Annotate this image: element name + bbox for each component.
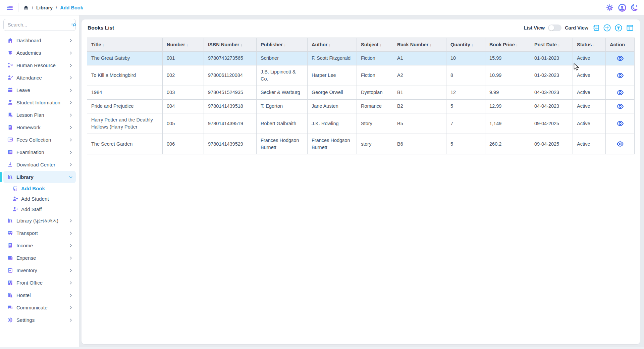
sidebar-item-expense[interactable]: Expense: [3, 252, 76, 264]
column-header-author[interactable]: Author↓: [308, 38, 357, 51]
cell-title: 1984: [87, 86, 163, 99]
sidebar-item-label: Download Center: [16, 162, 65, 167]
column-header-rack-number[interactable]: Rack Number↓: [393, 38, 446, 51]
chevron-right-icon: [68, 231, 73, 236]
eye-icon[interactable]: [616, 72, 624, 79]
column-header-publisher[interactable]: Publisher↓: [257, 38, 308, 51]
eye-icon[interactable]: [616, 89, 624, 96]
cell-action: [606, 113, 635, 134]
cell-quantity: 10: [446, 51, 485, 65]
sidebar-item-label: Attendance: [16, 75, 65, 81]
sort-arrow-icon: ↓: [429, 43, 431, 47]
sidebar-item-library[interactable]: Library (પુસ્તકાલય): [3, 214, 76, 227]
cell-book-price: 10.99: [485, 65, 530, 86]
add-icon[interactable]: [603, 24, 611, 32]
table-row[interactable]: To Kill a Mockingbird0029780061120084J.B…: [87, 65, 635, 86]
sidebar-item-communicate[interactable]: Communicate: [3, 301, 76, 314]
sidebar-item-income[interactable]: Income: [3, 239, 76, 252]
cell-title: Harry Potter and the Deathly Hallows (Ha…: [87, 113, 163, 134]
sidebar-item-label: Inventory: [16, 267, 65, 273]
cell-publisher: J.B. Lippincott & Co.: [257, 65, 308, 86]
dark-mode-moon-icon[interactable]: [630, 3, 639, 12]
table-row[interactable]: The Secret Garden0069780141439529Frances…: [87, 134, 635, 154]
chevron-right-icon: [68, 218, 73, 223]
sidebar-item-human-resource[interactable]: Human Resource: [3, 59, 76, 71]
bus-icon: [7, 230, 13, 237]
view-toggle-switch[interactable]: [548, 24, 561, 31]
eye-icon[interactable]: [616, 55, 624, 62]
sidebar-item-fees-collection[interactable]: Fees Collection: [3, 134, 76, 146]
column-header-quantity[interactable]: Quantity↓: [446, 38, 485, 51]
sidebar-subitem-add-book[interactable]: Add Book: [9, 183, 76, 194]
column-header-number[interactable]: Number↓: [163, 38, 204, 51]
settings-gear-icon[interactable]: [605, 3, 614, 12]
sidebar-item-front-office[interactable]: Front Office: [3, 277, 76, 289]
column-header-status[interactable]: Status↓: [573, 38, 606, 51]
sidebar-item-lesson-plan[interactable]: Lesson Plan: [3, 109, 76, 121]
cell-action: [606, 51, 635, 65]
column-header-subject[interactable]: Subject↓: [357, 38, 393, 51]
column-header-title[interactable]: Title↓: [87, 38, 163, 51]
sidebar-item-label: Transport: [16, 230, 65, 236]
cell-rack-number: B6: [393, 134, 446, 154]
home-icon[interactable]: [23, 5, 29, 10]
cell-author: Frances Hodgson Burnett: [308, 134, 357, 154]
table-row[interactable]: Harry Potter and the Deathly Hallows (Ha…: [87, 113, 635, 134]
excel-export-icon[interactable]: [592, 24, 600, 32]
eye-icon[interactable]: [616, 120, 624, 127]
cell-number: 003: [163, 86, 204, 99]
sidebar-item-label: Expense: [16, 255, 65, 261]
breadcrumb-library[interactable]: Library: [36, 5, 53, 10]
sidebar: DashboardAcademicsHuman ResourceAttendan…: [0, 15, 79, 347]
sidebar-item-attendance[interactable]: Attendance: [3, 71, 76, 84]
sidebar-item-inventory[interactable]: Inventory: [3, 264, 76, 277]
sidebar-item-academics[interactable]: Academics: [3, 47, 76, 59]
filter-icon[interactable]: [614, 24, 623, 32]
sidebar-item-homework[interactable]: Homework: [3, 121, 76, 134]
table-header-row: Title↓Number↓ISBN Number↓Publisher↓Autho…: [87, 38, 635, 51]
sidebar-item-transport[interactable]: Transport: [3, 227, 76, 239]
sidebar-item-hostel[interactable]: Hostel: [3, 289, 76, 301]
sidebar-item-label: Lesson Plan: [16, 112, 65, 118]
sidebar-item-label: Human Resource: [16, 62, 65, 68]
sidebar-item-download-center[interactable]: Download Center: [3, 158, 76, 171]
chevron-right-icon: [68, 51, 73, 55]
chevron-right-icon: [68, 293, 73, 298]
column-layout-icon[interactable]: [626, 24, 634, 32]
lesson-plan-icon: [7, 112, 13, 118]
user-profile-icon[interactable]: [618, 3, 627, 12]
sidebar-subitem-add-student[interactable]: Add Student: [9, 194, 76, 204]
column-header-isbn-number[interactable]: ISBN Number↓: [204, 38, 257, 51]
search-input[interactable]: [8, 22, 70, 28]
sidebar-item-label: Examination: [16, 149, 65, 155]
table-row[interactable]: The Great Gatsby0019780743273565Scribner…: [87, 51, 635, 65]
eye-icon[interactable]: [616, 140, 624, 148]
table-row[interactable]: Pride and Prejudice0049780141439518T. Eg…: [87, 99, 635, 113]
cell-rack-number: B5: [393, 113, 446, 134]
sidebar-item-dashboard[interactable]: Dashboard: [3, 34, 76, 47]
cell-subject: Romance: [357, 99, 393, 113]
sidebar-subitem-add-staff[interactable]: Add Staff: [9, 204, 76, 214]
table-row[interactable]: 19840039780451524935Secker & WarburgGeor…: [87, 86, 635, 99]
sidebar-item-settings[interactable]: Settings: [3, 314, 76, 326]
sidebar-item-library[interactable]: Library: [3, 171, 76, 183]
horizontal-scrollbar[interactable]: [0, 347, 644, 349]
cell-author: J.K. Rowling: [308, 113, 357, 134]
toggle-knob: [549, 25, 554, 31]
eye-icon[interactable]: [616, 103, 624, 110]
column-header-post-date[interactable]: Post Date↓: [530, 38, 573, 51]
sidebar-item-leave[interactable]: Leave: [3, 84, 76, 96]
cell-title: To Kill a Mockingbird: [87, 65, 163, 86]
cell-subject: Dystopian: [357, 86, 393, 99]
column-header-book-price[interactable]: Book Price↓: [485, 38, 530, 51]
chevron-right-icon: [68, 38, 73, 43]
sidebar-collapse-icon[interactable]: [4, 2, 15, 13]
breadcrumb-add-book[interactable]: Add Book: [60, 5, 83, 10]
cell-book-price: 1,149: [485, 113, 530, 134]
hostel-icon: [7, 292, 13, 299]
search-icon[interactable]: [70, 22, 77, 28]
cell-post-date: 01-01-2023: [530, 51, 573, 65]
sidebar-item-student-information[interactable]: Student Information: [3, 96, 76, 109]
sidebar-item-examination[interactable]: Examination: [3, 146, 76, 158]
cell-subject: story: [357, 134, 393, 154]
